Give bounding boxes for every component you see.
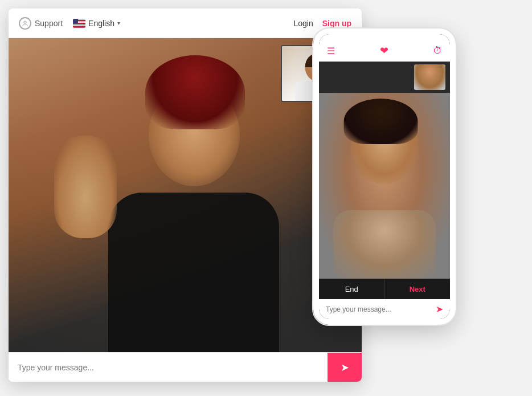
chevron-down-icon: ▾	[117, 20, 120, 26]
clothing	[108, 193, 279, 352]
svg-point-0	[24, 21, 26, 23]
send-icon: ➤	[341, 361, 349, 374]
desktop-video-area: End	[9, 38, 362, 352]
mobile-chat-bar: ➤	[319, 299, 450, 319]
desktop-header: Support English ▾ Login Sign up	[9, 9, 362, 38]
mobile-next-button[interactable]: Next	[384, 279, 451, 299]
desktop-app: Support English ▾ Login Sign up	[9, 9, 362, 382]
signup-button[interactable]: Sign up	[322, 19, 351, 28]
header-right: Login Sign up	[293, 19, 351, 28]
mobile-app: ☰ ❤ ⏱ End	[313, 28, 456, 325]
header-left: Support English ▾	[19, 17, 120, 30]
desktop-bottom-bar: ➤	[9, 352, 362, 382]
mobile-bottom-buttons: End Next	[319, 279, 450, 299]
mobile-end-button[interactable]: End	[319, 279, 384, 299]
support-label: Support	[35, 19, 63, 28]
heart-icon: ❤	[380, 44, 388, 57]
language-label: English	[88, 19, 114, 28]
login-button[interactable]: Login	[293, 19, 313, 28]
message-input[interactable]	[9, 363, 328, 372]
support-button[interactable]: Support	[19, 17, 63, 30]
mobile-body	[333, 210, 436, 279]
hand-area	[54, 136, 117, 238]
language-button[interactable]: English ▾	[73, 19, 120, 28]
mobile-inner: ☰ ❤ ⏱ End	[319, 34, 450, 319]
mobile-hair	[344, 99, 418, 144]
menu-icon[interactable]: ☰	[327, 46, 335, 56]
timer-icon: ⏱	[433, 46, 442, 56]
mobile-main-video	[319, 93, 450, 279]
support-icon	[19, 17, 31, 30]
mobile-pip-thumbnail	[414, 64, 445, 90]
mobile-video-area	[319, 62, 450, 279]
mobile-message-input[interactable]	[326, 305, 436, 313]
mobile-send-icon[interactable]: ➤	[436, 304, 443, 315]
mobile-pip	[319, 62, 450, 93]
mobile-woman-video	[319, 93, 450, 279]
send-button[interactable]: ➤	[328, 353, 362, 382]
hair-area	[145, 55, 245, 129]
flag-icon	[73, 19, 85, 28]
mobile-notch	[365, 34, 404, 44]
